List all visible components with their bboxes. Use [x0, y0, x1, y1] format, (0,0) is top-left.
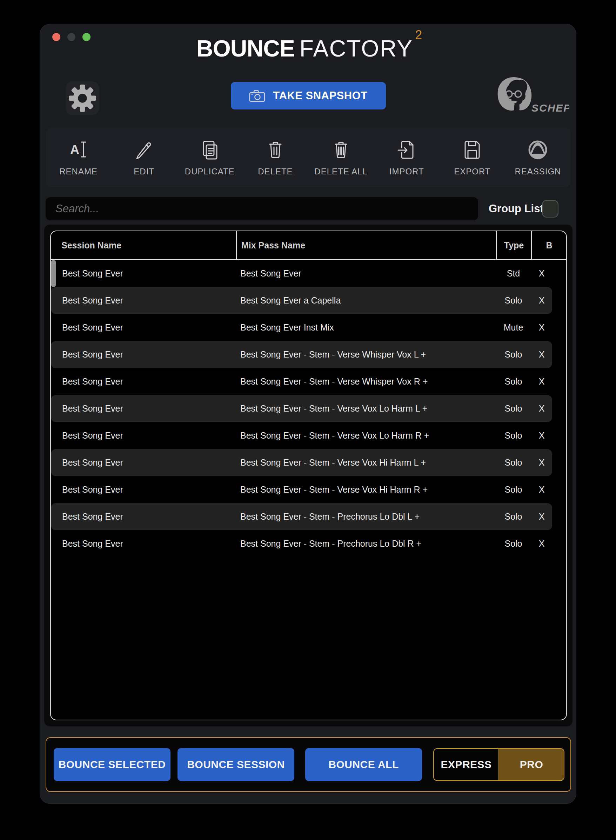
- row-bounce-flag: X: [531, 376, 552, 387]
- pro-mode-button[interactable]: PRO: [499, 749, 564, 780]
- row-bounce-flag: X: [531, 322, 552, 333]
- row-mix-pass-name: Best Song Ever a Capella: [236, 295, 496, 305]
- row-bounce-flag: X: [531, 350, 552, 360]
- row-session-name: Best Song Ever: [51, 350, 236, 360]
- table-row[interactable]: Best Song Ever Best Song Ever - Stem - V…: [51, 395, 552, 422]
- row-mix-pass-name: Best Song Ever - Stem - Verse Vox Hi Har…: [236, 458, 496, 468]
- duplicate-label: DUPLICATE: [185, 167, 235, 176]
- row-bounce-flag: X: [531, 539, 552, 549]
- table-row[interactable]: Best Song Ever Best Song Ever a Capella …: [51, 287, 552, 314]
- edit-button[interactable]: EDIT: [111, 139, 177, 176]
- table-row[interactable]: Best Song Ever Best Song Ever - Stem - V…: [51, 449, 552, 476]
- reassign-icon: [527, 139, 549, 161]
- take-snapshot-label: TAKE SNAPSHOT: [273, 90, 367, 102]
- export-label: EXPORT: [454, 167, 490, 176]
- group-list-checkbox[interactable]: [542, 200, 559, 217]
- scheps-wordmark: SCHEPS: [531, 102, 569, 114]
- scheps-logo: SCHEPS: [492, 76, 569, 116]
- row-session-name: Best Song Ever: [51, 430, 236, 441]
- app-title-version: 2: [415, 28, 422, 42]
- row-session-name: Best Song Ever: [51, 458, 236, 468]
- export-button[interactable]: EXPORT: [440, 139, 505, 176]
- delete-icon: [264, 139, 287, 161]
- rename-button[interactable]: A RENAME: [45, 139, 111, 176]
- row-bounce-flag: X: [531, 485, 552, 495]
- table-row[interactable]: Best Song Ever Best Song Ever - Stem - P…: [51, 503, 552, 530]
- row-session-name: Best Song Ever: [51, 322, 236, 333]
- column-header-b[interactable]: B: [531, 231, 566, 259]
- svg-text:A: A: [70, 142, 79, 157]
- row-type: Solo: [496, 485, 531, 495]
- bounce-session-button[interactable]: BOUNCE SESSION: [177, 748, 294, 781]
- row-type: Solo: [496, 295, 531, 305]
- row-bounce-flag: X: [531, 404, 552, 414]
- group-list-label: Group List: [488, 197, 538, 220]
- search-input[interactable]: [45, 197, 478, 220]
- delete-all-icon: [330, 139, 352, 161]
- row-type: Solo: [496, 404, 531, 414]
- app-window: BOUNCEFACTORY2: [40, 24, 576, 804]
- column-header-session-name[interactable]: Session Name: [51, 231, 236, 259]
- row-type: Std: [496, 269, 531, 279]
- row-session-name: Best Song Ever: [51, 539, 236, 549]
- row-type: Solo: [496, 512, 531, 522]
- row-session-name: Best Song Ever: [51, 376, 236, 387]
- bounce-actions-panel: BOUNCE SELECTED BOUNCE SESSION BOUNCE AL…: [45, 737, 571, 792]
- export-icon: [461, 139, 483, 161]
- import-icon: [395, 139, 418, 161]
- row-session-name: Best Song Ever: [51, 295, 236, 305]
- reassign-button[interactable]: REASSIGN: [505, 139, 571, 176]
- row-session-name: Best Song Ever: [51, 485, 236, 495]
- row-type: Solo: [496, 376, 531, 387]
- session-table-container: Session Name Mix Pass Name Type B Best S…: [44, 225, 572, 726]
- delete-button[interactable]: DELETE: [242, 139, 308, 176]
- row-mix-pass-name: Best Song Ever - Stem - Prechorus Lo Dbl…: [236, 512, 496, 522]
- express-mode-button[interactable]: EXPRESS: [434, 749, 499, 780]
- scheps-face-icon: [498, 77, 532, 110]
- row-type: Solo: [496, 430, 531, 441]
- row-session-name: Best Song Ever: [51, 269, 236, 279]
- table-row[interactable]: Best Song Ever Best Song Ever - Stem - V…: [51, 422, 552, 449]
- row-bounce-flag: X: [531, 430, 552, 441]
- edit-icon: [133, 139, 155, 161]
- duplicate-button[interactable]: DUPLICATE: [177, 139, 242, 176]
- table-row[interactable]: Best Song Ever Best Song Ever Inst Mix M…: [51, 314, 552, 341]
- duplicate-icon: [198, 139, 221, 161]
- bounce-all-button[interactable]: BOUNCE ALL: [305, 748, 422, 781]
- row-mix-pass-name: Best Song Ever - Stem - Prechorus Lo Dbl…: [236, 539, 496, 549]
- take-snapshot-button[interactable]: TAKE SNAPSHOT: [231, 82, 386, 109]
- table-row[interactable]: Best Song Ever Best Song Ever - Stem - V…: [51, 476, 552, 503]
- column-header-mix-pass-name[interactable]: Mix Pass Name: [236, 231, 496, 259]
- rename-icon: A: [67, 139, 90, 161]
- mode-toggle: EXPRESS PRO: [433, 748, 565, 781]
- row-mix-pass-name: Best Song Ever - Stem - Verse Vox Hi Har…: [236, 485, 496, 495]
- delete-all-button[interactable]: DELETE ALL: [308, 139, 374, 176]
- row-type: Solo: [496, 539, 531, 549]
- table-row[interactable]: Best Song Ever Best Song Ever - Stem - V…: [51, 341, 552, 368]
- table-row[interactable]: Best Song Ever Best Song Ever Std X: [51, 260, 552, 287]
- delete-label: DELETE: [258, 167, 293, 176]
- edit-label: EDIT: [133, 167, 154, 176]
- bounce-selected-button[interactable]: BOUNCE SELECTED: [54, 748, 170, 781]
- session-table: Session Name Mix Pass Name Type B Best S…: [50, 231, 567, 720]
- row-type: Solo: [496, 350, 531, 360]
- rename-label: RENAME: [59, 167, 98, 176]
- table-row[interactable]: Best Song Ever Best Song Ever - Stem - V…: [51, 368, 552, 395]
- table-row[interactable]: Best Song Ever Best Song Ever - Stem - P…: [51, 530, 552, 557]
- row-bounce-flag: X: [531, 269, 552, 279]
- gear-icon: [67, 83, 98, 113]
- settings-button[interactable]: [66, 81, 99, 115]
- row-bounce-flag: X: [531, 512, 552, 522]
- app-title-factory: FACTORY: [299, 35, 413, 62]
- table-scrollbar-thumb[interactable]: [51, 260, 56, 287]
- row-bounce-flag: X: [531, 295, 552, 305]
- row-session-name: Best Song Ever: [51, 404, 236, 414]
- row-type: Solo: [496, 458, 531, 468]
- row-mix-pass-name: Best Song Ever Inst Mix: [236, 322, 496, 333]
- import-button[interactable]: IMPORT: [374, 139, 440, 176]
- camera-icon: [249, 89, 265, 103]
- row-bounce-flag: X: [531, 458, 552, 468]
- column-header-type[interactable]: Type: [496, 231, 531, 259]
- reassign-label: REASSIGN: [515, 167, 561, 176]
- row-mix-pass-name: Best Song Ever: [236, 269, 496, 279]
